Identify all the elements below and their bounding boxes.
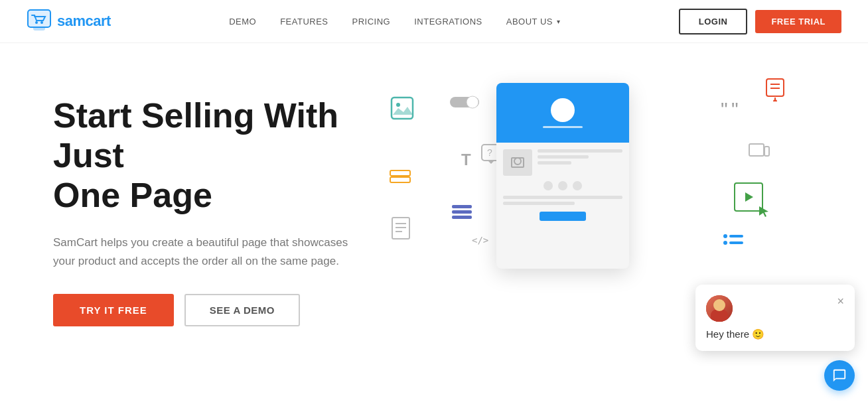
login-button[interactable]: LOGIN	[679, 9, 748, 34]
nav-links: DEMO FEATURES PRICING INTEGRATIONS ABOUT…	[229, 15, 560, 27]
bullets-icon	[723, 233, 743, 253]
svg-point-28	[773, 100, 777, 101]
svg-text:?: ?	[487, 147, 492, 158]
logo-text: samcart	[57, 13, 111, 30]
chat-close-button[interactable]: ×	[837, 295, 844, 307]
play-icon	[734, 182, 763, 212]
svg-point-8	[467, 96, 478, 108]
chevron-down-icon: ▾	[557, 18, 561, 25]
svg-point-2	[35, 21, 38, 24]
svg-text:": "	[731, 100, 739, 119]
browser-mockup	[496, 83, 629, 269]
nav-item-about-us[interactable]: ABOUT US ▾	[506, 17, 561, 27]
logo[interactable]: samcart	[27, 9, 111, 34]
toggle-icon	[450, 95, 479, 112]
text-t-icon: T	[461, 151, 476, 170]
paint-icon	[765, 78, 785, 104]
chat-fab-button[interactable]	[824, 360, 855, 391]
see-demo-button[interactable]: SEE A DEMO	[184, 294, 300, 326]
mockup-lines	[503, 196, 622, 205]
code-icon: </>	[472, 233, 490, 249]
svg-text:": "	[721, 100, 728, 119]
chat-fab-icon	[832, 368, 847, 383]
nav-actions: LOGIN FREE TRIAL	[679, 9, 841, 34]
svg-rect-13	[390, 170, 410, 176]
svg-text:T: T	[461, 151, 471, 168]
svg-rect-5	[392, 98, 413, 119]
svg-rect-14	[452, 205, 472, 208]
mockup-cta	[540, 212, 586, 221]
image-icon	[390, 96, 414, 120]
nav-item-integrations[interactable]: INTEGRATIONS	[414, 15, 482, 27]
try-free-button[interactable]: TRY IT FREE	[53, 294, 174, 326]
svg-point-6	[396, 103, 400, 107]
nav-item-features[interactable]: FEATURES	[280, 15, 328, 27]
svg-rect-16	[452, 216, 472, 219]
logo-icon	[27, 9, 52, 34]
svg-marker-32	[759, 206, 768, 217]
chat-bubble: × Hey there 🙂	[695, 285, 855, 351]
quote-icon: " "	[721, 100, 743, 121]
stack-icon	[389, 168, 411, 193]
mockup-header	[496, 83, 629, 143]
svg-rect-36	[729, 241, 743, 244]
mockup-line	[543, 126, 583, 128]
mockup-content	[496, 143, 629, 228]
device-icon	[749, 141, 770, 165]
page-icon	[392, 217, 410, 242]
svg-rect-34	[729, 235, 743, 237]
mockup-text-lines	[538, 149, 622, 165]
chat-avatar	[706, 295, 733, 322]
chat-message: Hey there 🙂	[706, 328, 844, 340]
svg-text:</>: </>	[472, 235, 488, 245]
svg-rect-30	[764, 147, 769, 156]
chat-avatar-image	[706, 295, 733, 322]
svg-point-3	[40, 21, 43, 24]
mockup-thumb	[503, 149, 532, 176]
svg-marker-31	[745, 192, 753, 202]
list-icon	[452, 204, 472, 226]
svg-point-35	[723, 241, 727, 245]
navbar: samcart DEMO FEATURES PRICING INTEGRATIO…	[0, 0, 868, 43]
svg-rect-15	[452, 210, 472, 214]
svg-point-33	[723, 234, 727, 238]
mockup-avatar	[551, 98, 575, 122]
nav-item-pricing[interactable]: PRICING	[352, 15, 391, 27]
svg-rect-0	[28, 10, 50, 27]
hero-description: SamCart helps you create a beautiful pag…	[53, 234, 358, 269]
svg-rect-12	[390, 177, 410, 182]
free-trial-button[interactable]: FREE TRIAL	[755, 10, 841, 33]
chat-header: ×	[706, 295, 844, 322]
nav-item-demo[interactable]: DEMO	[229, 15, 256, 27]
chat-widget: × Hey there 🙂	[824, 360, 855, 391]
mockup-dots	[503, 181, 622, 190]
svg-rect-4	[33, 27, 45, 31]
svg-rect-29	[749, 144, 764, 156]
